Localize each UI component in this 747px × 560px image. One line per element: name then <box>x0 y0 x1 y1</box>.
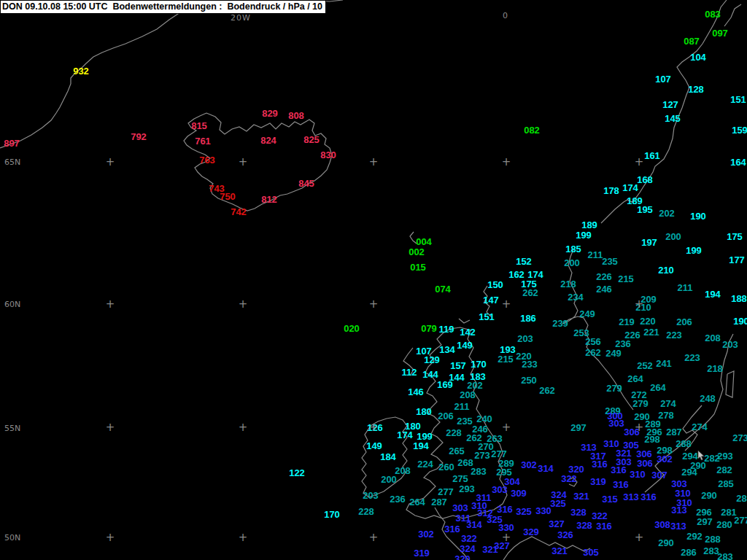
station-value: 830 <box>320 150 336 160</box>
station-value: 149 <box>457 341 473 350</box>
station-value: 302 <box>657 454 673 464</box>
station-value: 235 <box>602 257 618 266</box>
coastline-norway-fjord <box>724 4 741 26</box>
station-value: 199 <box>576 230 592 240</box>
station-value: 277 <box>438 487 454 497</box>
station-value: 233 <box>522 359 538 369</box>
station-value: 319 <box>590 477 606 486</box>
station-value: 292 <box>686 532 703 541</box>
grid-cross: + <box>502 422 511 433</box>
station-value: 215 <box>618 274 634 284</box>
grid-cross: + <box>106 299 115 310</box>
grid-cross: + <box>635 299 644 310</box>
station-value: 087 <box>684 36 700 46</box>
station-value: 283 <box>717 552 733 560</box>
station-value: 326 <box>557 530 573 540</box>
station-value: 161 <box>644 151 660 160</box>
station-value: 164 <box>730 158 746 167</box>
station-value: 221 <box>643 327 659 337</box>
coastline-norway <box>601 0 727 223</box>
station-value: 314 <box>538 464 554 473</box>
station-value: 308 <box>654 520 670 529</box>
station-value: 142 <box>460 327 476 337</box>
station-value: 252 <box>637 361 653 370</box>
station-value: 262 <box>585 348 601 357</box>
station-value: 262 <box>522 288 538 298</box>
station-value: 199 <box>686 246 702 255</box>
station-value: 236 <box>615 339 631 349</box>
station-value: 273 <box>474 451 490 460</box>
cursor-arrow-icon <box>697 451 706 461</box>
station-value: 250 <box>521 376 537 385</box>
grid-cross: + <box>369 532 379 543</box>
grid-cross: + <box>239 157 248 168</box>
coastline-netherlands <box>503 537 590 560</box>
station-value: 264 <box>409 497 425 507</box>
station-value: 319 <box>414 548 430 558</box>
station-value: 149 <box>366 441 382 451</box>
station-value: 151 <box>730 95 746 104</box>
station-value: 211 <box>588 250 603 260</box>
station-value: 177 <box>729 255 745 265</box>
station-value: 218 <box>560 279 576 289</box>
station-value: 283 <box>471 467 487 476</box>
station-value: 321 <box>482 545 498 554</box>
station-value: 325 <box>550 499 566 508</box>
station-value: 314 <box>466 520 482 529</box>
station-value: 297 <box>570 423 587 432</box>
station-value: 203 <box>363 491 379 500</box>
station-value: 309 <box>511 489 527 498</box>
station-value: 750 <box>220 192 236 201</box>
station-value: 290 <box>701 491 717 500</box>
station-value: 287 <box>431 497 447 507</box>
grid-cross: + <box>106 157 115 168</box>
station-value: 329 <box>523 527 539 537</box>
station-value: 223 <box>684 353 700 362</box>
station-value: 287 <box>666 427 682 437</box>
station-value: 127 <box>662 100 678 109</box>
station-value: 275 <box>452 474 468 483</box>
station-value: 074 <box>435 284 451 294</box>
station-value: 265 <box>449 446 465 456</box>
station-value: 824 <box>260 136 276 145</box>
station-value: 197 <box>641 238 657 247</box>
station-value: 170 <box>471 359 487 369</box>
station-value: 316 <box>596 521 612 531</box>
station-value: 215 <box>498 354 514 364</box>
station-value: 190 <box>690 211 706 221</box>
station-value: 104 <box>690 52 706 62</box>
lon-label: 20W <box>231 14 251 22</box>
station-value: 210 <box>658 265 674 275</box>
station-value: 742 <box>231 207 247 217</box>
station-value: 290 <box>658 538 674 548</box>
station-value: 260 <box>438 462 454 472</box>
grid-cross: + <box>502 299 511 310</box>
station-value: 285 <box>718 479 734 489</box>
station-value: 761 <box>195 136 211 146</box>
station-value: 189 <box>581 220 597 230</box>
station-value: 825 <box>303 135 320 144</box>
station-value: 203 <box>517 334 533 343</box>
station-value: 322 <box>561 474 577 483</box>
station-value: 147 <box>483 295 499 305</box>
weather-map: DON 09.10.08 15:00 UTC Bodenwettermeldun… <box>0 0 747 560</box>
grid-cross: + <box>369 299 379 310</box>
station-value: 129 <box>424 355 440 365</box>
station-value: 279 <box>632 399 649 408</box>
station-value: 264 <box>650 383 666 392</box>
station-value: 307 <box>651 470 667 480</box>
station-value: 144 <box>422 370 438 379</box>
station-value: 208 <box>395 466 411 475</box>
station-value: 184 <box>380 452 396 462</box>
station-value: 211 <box>454 402 470 411</box>
coastline-greenland <box>0 0 343 148</box>
station-value: 262 <box>539 386 555 395</box>
lat-label: 60N <box>4 300 20 308</box>
station-value: 223 <box>666 330 682 340</box>
station-value: 234 <box>568 292 584 302</box>
station-value: 190 <box>733 316 747 326</box>
grid-cross: + <box>369 157 379 168</box>
station-value: 330 <box>535 506 551 516</box>
station-value: 316 <box>640 492 657 502</box>
station-value: 322 <box>592 511 608 521</box>
